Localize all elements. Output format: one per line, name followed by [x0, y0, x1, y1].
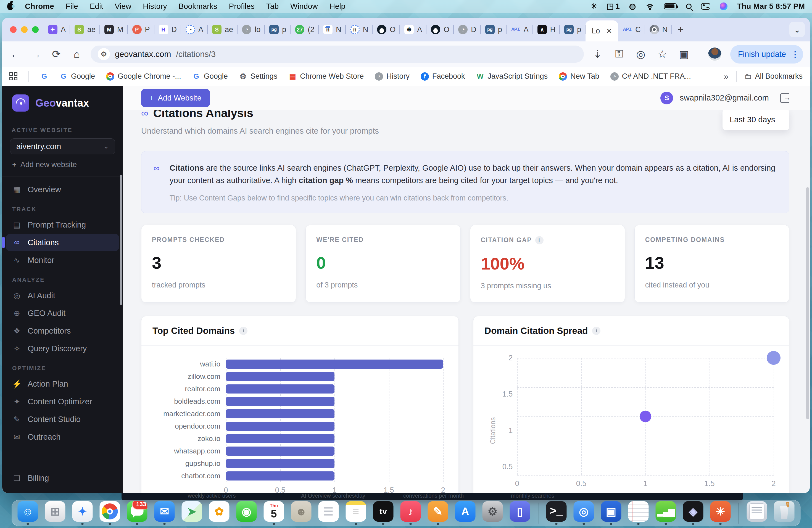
battery-icon[interactable] — [664, 3, 677, 10]
logout-icon[interactable] — [780, 93, 789, 103]
sidebar-item-citations[interactable]: ∞Citations — [6, 234, 119, 251]
bookmark-item[interactable]: G — [40, 72, 48, 80]
bookmark-item[interactable]: fFacebook — [421, 72, 465, 80]
new-tab-button[interactable]: + — [672, 24, 689, 35]
address-bar[interactable]: ⚙ geovantax.com/citations/3 — [91, 46, 584, 63]
app-badge-status-icon[interactable]: ◳1 — [607, 2, 620, 10]
bookmark-item[interactable]: New Tab — [559, 72, 599, 80]
sidebar-item-competitors[interactable]: ❖Competitors — [6, 322, 119, 339]
dock-item-messages[interactable]: 133 — [127, 501, 148, 525]
browser-tab[interactable]: MM — [100, 18, 128, 41]
sidebar-item-content-studio[interactable]: ✎Content Studio — [6, 411, 119, 428]
active-website-select[interactable]: aiventry.com ⌄ — [10, 138, 115, 155]
preview-eye-icon[interactable]: ◎ — [634, 48, 648, 60]
site-settings-icon[interactable]: ⚙ — [98, 48, 110, 60]
apps-grid-icon[interactable] — [10, 72, 17, 80]
dock-item-music[interactable]: ♪ — [400, 501, 421, 525]
sidebar-item-prompt-tracking[interactable]: ▤Prompt Tracking — [6, 216, 119, 233]
minimize-window-button[interactable] — [21, 26, 28, 33]
spotlight-icon[interactable] — [686, 4, 692, 9]
bookmark-item[interactable]: ◔C# AND .NET FRA... — [610, 72, 691, 80]
zoom-window-button[interactable] — [32, 26, 39, 33]
browser-tab[interactable]: ✦A — [44, 18, 70, 41]
back-icon[interactable]: ← — [9, 48, 22, 60]
brand-logo[interactable]: Geovantax — [2, 86, 123, 119]
dock-item-finder[interactable]: ☺ — [17, 501, 39, 525]
browser-tab[interactable]: pgp — [265, 18, 291, 41]
sidebar-item-overview[interactable]: ▦Overview — [6, 181, 119, 198]
sidebar-item-ai-audit[interactable]: ◎AI Audit — [6, 287, 119, 304]
dock-item-textedit[interactable] — [628, 501, 649, 525]
install-app-icon[interactable]: ⇣ — [591, 48, 604, 60]
browser-tab[interactable]: APIA — [507, 18, 533, 41]
browser-tab[interactable]: lo — [237, 18, 265, 41]
browser-tab[interactable]: ❋A — [400, 18, 426, 41]
extensions-puzzle-icon[interactable]: ▣ — [677, 48, 691, 60]
forward-icon[interactable]: → — [29, 48, 43, 60]
browser-tab[interactable]: D — [454, 18, 481, 41]
chrome-profile-avatar[interactable] — [708, 47, 722, 61]
dock-item-app-store[interactable]: A — [455, 501, 476, 525]
date-range-select[interactable]: Last 30 days — [723, 110, 789, 130]
bookmarks-overflow-chevron[interactable]: » — [724, 72, 729, 81]
info-icon[interactable]: i — [592, 327, 600, 335]
scatter-point[interactable] — [640, 411, 651, 422]
menu-item-window[interactable]: Window — [290, 2, 318, 11]
browser-tab[interactable]: ◔A — [181, 18, 208, 41]
dock-item-numbers[interactable]: ▂▄▆ — [655, 501, 677, 525]
dock-item-mail[interactable]: ✉ — [154, 501, 175, 525]
dock-item-facetime[interactable]: ◉ — [236, 501, 257, 525]
sidebar-item-query-discovery[interactable]: ✧Query Discovery — [6, 340, 119, 357]
browser-tab[interactable]: pgp — [560, 18, 585, 41]
dock-item-apple-tv[interactable]: tv — [373, 501, 394, 525]
siri-icon[interactable] — [720, 2, 727, 10]
user-avatar[interactable]: S — [661, 92, 673, 104]
dock-item-notes[interactable]: ≡ — [346, 501, 366, 525]
password-key-icon[interactable]: ⚿ — [613, 48, 626, 60]
dock-item-calendar[interactable]: Thu5 — [263, 501, 285, 525]
bookmark-item[interactable]: GGoogle — [192, 72, 228, 80]
dock-item-pages[interactable]: ✎ — [427, 501, 449, 525]
reload-icon[interactable]: ⟳ — [50, 48, 63, 60]
dock-item-reminders[interactable]: ☰ — [318, 501, 339, 525]
info-icon[interactable]: i — [535, 236, 543, 245]
browser-tab[interactable]: APIC — [618, 18, 645, 41]
menu-item-file[interactable]: File — [66, 2, 78, 11]
bookmark-item[interactable]: GGoogle — [59, 72, 95, 80]
browser-tab[interactable]: O — [426, 18, 454, 41]
dock-item-terminal[interactable]: >_ — [546, 501, 567, 525]
add-new-website-link[interactable]: + Add new website — [2, 155, 123, 176]
add-website-button[interactable]: + Add Website — [141, 89, 210, 107]
spinner-status-icon[interactable]: ✳ — [591, 2, 597, 10]
sidebar-item-action-plan[interactable]: ⚡Action Plan — [6, 375, 119, 392]
apple-menu-icon[interactable] — [7, 3, 13, 10]
menu-item-help[interactable]: Help — [330, 2, 346, 11]
docker-status-icon[interactable]: ◍ — [629, 2, 636, 10]
menu-item-chrome[interactable]: Chrome — [25, 2, 54, 11]
browser-tab[interactable]: ∧H — [533, 18, 560, 41]
dock-item-launchpad[interactable]: ⊞ — [45, 501, 66, 525]
bookmark-item[interactable]: ◔History — [375, 72, 410, 80]
home-icon[interactable]: ⌂ — [70, 48, 83, 60]
dock-item-remote[interactable]: ▯ — [510, 501, 531, 525]
wifi-icon[interactable] — [645, 3, 655, 10]
dock-item-obsidian[interactable]: ◈ — [683, 501, 704, 525]
menu-item-edit[interactable]: Edit — [90, 2, 103, 11]
menu-item-history[interactable]: History — [143, 2, 167, 11]
browser-tab[interactable]: HD — [155, 18, 182, 41]
menu-item-bookmarks[interactable]: Bookmarks — [178, 2, 217, 11]
dock-item-chrome[interactable] — [99, 501, 120, 525]
bookmark-star-icon[interactable]: ☆ — [656, 48, 669, 60]
dock-item-safari[interactable]: ✦ — [72, 501, 93, 525]
bookmark-item[interactable]: WJavaScript Strings — [476, 72, 548, 80]
dock-item-photos[interactable]: ✿ — [209, 501, 230, 525]
browser-tab[interactable]: PP — [128, 18, 155, 41]
chrome-menu-kebab-icon[interactable]: ⋮ — [791, 49, 799, 59]
scatter-point[interactable] — [767, 351, 781, 365]
browser-tab[interactable]: O — [373, 18, 400, 41]
page-scrollbar[interactable] — [806, 187, 809, 419]
sidebar-item-billing[interactable]: ❏Billing — [6, 469, 119, 487]
browser-tab[interactable]: N — [645, 18, 672, 41]
tab-close-icon[interactable]: ✕ — [606, 27, 612, 35]
dock-item-photo-booth[interactable]: ◎ — [574, 501, 594, 525]
